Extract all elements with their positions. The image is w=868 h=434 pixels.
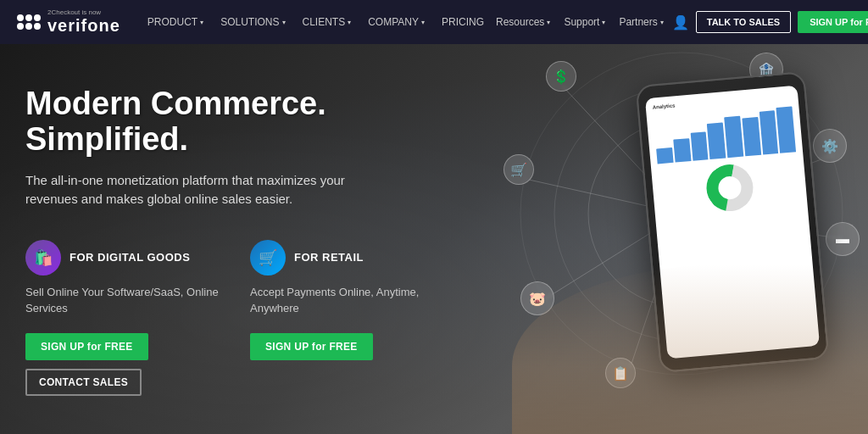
card-retail-title: FOR RETAIL	[294, 251, 364, 264]
logo-area: 2Checkout is now verifone	[17, 9, 120, 36]
float-icon-dollar: 💲	[546, 61, 576, 92]
chevron-down-icon: ▾	[547, 19, 550, 26]
card-digital-header: 🛍️ FOR DIGITAL GOODS	[25, 240, 225, 275]
logo-dot	[34, 23, 41, 30]
float-icon-settings: ⚙️	[813, 129, 847, 163]
card-retail-buttons: SIGN UP for FREE	[250, 333, 449, 360]
chart-bar	[742, 117, 761, 156]
chart-bar	[776, 106, 796, 153]
chart-bar	[673, 138, 691, 163]
nav-support[interactable]: Support ▾	[559, 13, 610, 31]
user-account-icon[interactable]: 👤	[672, 14, 689, 31]
hero-cards: 🛍️ FOR DIGITAL GOODS Sell Online Your So…	[25, 240, 449, 396]
retail-icon: 🛒	[250, 240, 286, 275]
card-digital-buttons: SIGN UP for FREE CONTACT SALES	[25, 333, 225, 396]
hero-section: 🏦 ⚙️ ▬ 📱 💲 🛒 🐷 📋 Analytics	[0, 44, 868, 434]
chevron-down-icon: ▾	[200, 19, 203, 26]
card-retail-description: Accept Payments Online, Anytime, Anywher…	[250, 284, 449, 318]
chart-bar	[724, 116, 743, 158]
card-digital-description: Sell Online Your Software/SaaS, Online S…	[25, 284, 225, 318]
hero-subtitle: The all-in-one monetization platform tha…	[25, 171, 381, 209]
talk-to-sales-button[interactable]: TALK TO SALES	[696, 11, 791, 33]
logo-text: 2Checkout is now verifone	[47, 9, 120, 36]
navbar: 2Checkout is now verifone PRODUCT ▾ SOLU…	[0, 0, 868, 44]
float-icon-payment: ▬	[826, 222, 860, 256]
logo-dot	[34, 14, 41, 21]
chevron-down-icon: ▾	[602, 19, 605, 26]
card-retail-header: 🛒 FOR RETAIL	[250, 240, 449, 275]
logo-brand: verifone	[47, 16, 120, 36]
phone-chart-bars	[653, 101, 796, 164]
chevron-down-icon: ▾	[660, 19, 664, 26]
card-digital-title: FOR DIGITAL GOODS	[70, 251, 190, 264]
chart-bar	[690, 131, 709, 161]
digital-signup-button[interactable]: SIGN UP for FREE	[25, 333, 148, 360]
logo-dots	[17, 14, 41, 30]
nav-product[interactable]: PRODUCT ▾	[141, 13, 210, 31]
float-icon-cart: 🛒	[504, 154, 534, 185]
logo-dot	[25, 23, 32, 30]
hero-content: Modern Commerce. Simplified. The all-in-…	[0, 44, 475, 421]
nav-resources[interactable]: Resources ▾	[491, 13, 555, 31]
nav-solutions[interactable]: SOLUTIONS ▾	[214, 13, 292, 31]
chevron-down-icon: ▾	[421, 19, 425, 26]
logo-dot	[17, 23, 24, 30]
chart-bar	[656, 147, 673, 164]
nav-pricing[interactable]: PRICING	[435, 13, 491, 31]
sign-up-free-nav-button[interactable]: SIGN UP for FREE	[798, 11, 868, 33]
logo-dot	[17, 14, 24, 21]
hero-title: Modern Commerce. Simplified.	[25, 86, 449, 158]
phone-donut-chart	[697, 155, 762, 220]
hero-illustration: 🏦 ⚙️ ▬ 📱 💲 🛒 🐷 📋 Analytics	[461, 44, 868, 434]
chevron-down-icon: ▾	[282, 19, 286, 26]
retail-signup-button[interactable]: SIGN UP for FREE	[250, 333, 373, 360]
nav-links: PRODUCT ▾ SOLUTIONS ▾ CLIENTS ▾ COMPANY …	[141, 13, 491, 31]
card-retail: 🛒 FOR RETAIL Accept Payments Online, Any…	[250, 240, 449, 396]
contact-sales-button[interactable]: CONTACT SALES	[25, 369, 142, 396]
digital-goods-icon: 🛍️	[25, 240, 61, 275]
logo-dot	[25, 14, 32, 21]
nav-partners[interactable]: Partners ▾	[614, 13, 668, 31]
nav-company[interactable]: COMPANY ▾	[361, 13, 431, 31]
nav-right: Resources ▾ Support ▾ Partners ▾ 👤 TALK …	[491, 11, 868, 33]
chevron-down-icon: ▾	[348, 19, 351, 26]
chart-bar	[707, 123, 726, 159]
card-digital-goods: 🛍️ FOR DIGITAL GOODS Sell Online Your So…	[25, 240, 225, 396]
chart-bar	[759, 110, 778, 154]
nav-right-links: Resources ▾ Support ▾ Partners ▾ 👤	[491, 13, 689, 31]
nav-clients[interactable]: CLIENTS ▾	[296, 13, 359, 31]
logo-small-text: 2Checkout is now	[47, 9, 120, 16]
